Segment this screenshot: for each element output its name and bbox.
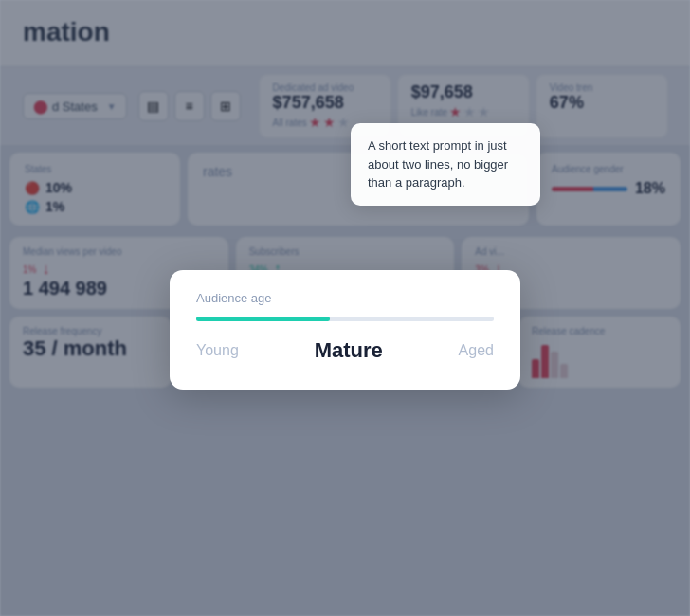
age-slider-track[interactable] [196, 317, 494, 321]
tooltip-bubble: A short text prompt in just about two li… [351, 123, 540, 206]
label-young: Young [196, 342, 239, 359]
age-slider-labels: Young Mature Aged [196, 338, 494, 363]
label-aged: Aged [459, 342, 494, 359]
age-slider-fill [196, 317, 330, 321]
audience-age-modal[interactable]: Audience age Young Mature Aged [170, 270, 520, 390]
tooltip-text: A short text prompt in just about two li… [368, 138, 508, 190]
label-mature: Mature [315, 338, 383, 363]
modal-title: Audience age [196, 291, 494, 305]
